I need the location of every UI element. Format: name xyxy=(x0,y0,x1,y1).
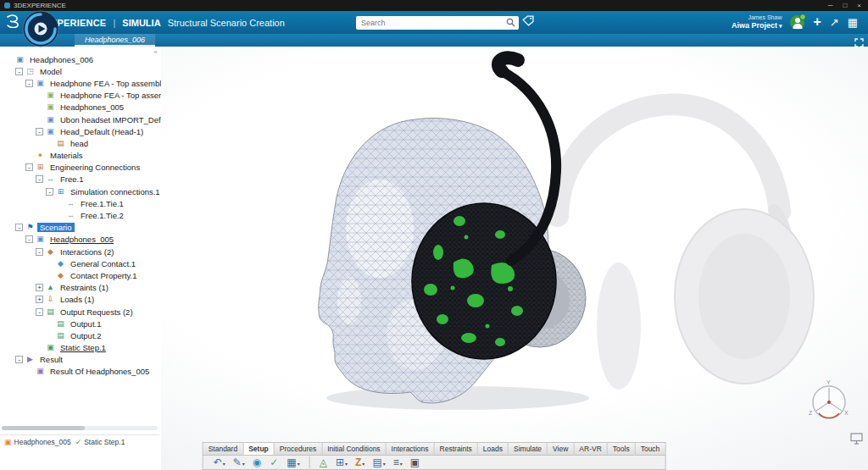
data-table-button[interactable]: ▦▾ xyxy=(287,457,299,467)
tab-restraints[interactable]: Restraints xyxy=(434,442,477,456)
app-title: 3DEXPERIENCE | SIMULIA Structural Scenar… xyxy=(32,18,285,28)
expander-icon[interactable]: - xyxy=(36,248,43,256)
tree-node-restraints[interactable]: +▲Restraints (1) xyxy=(0,282,161,294)
chevron-down-icon[interactable]: ▾ xyxy=(400,462,403,467)
horizontal-scrollbar[interactable] xyxy=(2,426,158,430)
close-button[interactable]: × xyxy=(857,2,861,9)
tree-node-loads[interactable]: +⇩Loads (1) xyxy=(0,294,161,306)
scrollbar-thumb[interactable] xyxy=(2,426,85,430)
tree-node-model[interactable]: -◳Model xyxy=(0,65,161,77)
tab-setup[interactable]: Setup xyxy=(242,442,274,456)
group-button[interactable]: ⊞▾ xyxy=(336,457,348,467)
render-style-button[interactable]: ▣ xyxy=(410,457,420,467)
sort-button[interactable]: Z▾ xyxy=(355,457,364,467)
expander-icon[interactable]: - xyxy=(25,163,33,171)
tree-node-head[interactable]: ▤head xyxy=(0,137,161,149)
undo-button[interactable]: ↶▾ xyxy=(214,457,225,467)
search-icon[interactable] xyxy=(506,15,515,30)
expander-icon xyxy=(46,320,53,328)
tree-node-free-1[interactable]: -↔Free.1 xyxy=(0,174,161,185)
tree-node-headphone-fea-top-assembly[interactable]: ▣Headphone FEA - Top assembly xyxy=(0,90,161,102)
tab-tools[interactable]: Tools xyxy=(607,442,635,456)
view-compass[interactable]: Y X Z xyxy=(802,377,856,434)
chevron-down-icon[interactable]: ▾ xyxy=(383,462,386,467)
tree-node-interactions[interactable]: -◆Interactions (2) xyxy=(0,246,161,257)
minimize-button[interactable]: ─ xyxy=(828,2,833,9)
share-button[interactable]: ↗ xyxy=(830,17,839,28)
expander-icon[interactable]: + xyxy=(36,284,43,291)
expander-icon[interactable]: - xyxy=(15,356,23,363)
chevron-down-icon[interactable]: ▾ xyxy=(223,462,225,467)
expander-icon[interactable]: + xyxy=(36,296,43,303)
add-content-button[interactable]: + xyxy=(813,15,821,29)
tag-icon[interactable] xyxy=(522,15,534,30)
search-box[interactable] xyxy=(356,16,519,30)
user-block[interactable]: James Shaw Aiwa Project▾ xyxy=(732,14,782,30)
expander-icon[interactable]: - xyxy=(25,235,33,243)
expander-icon[interactable]: - xyxy=(36,308,43,316)
status-active-model[interactable]: ▣ Headphones_005 xyxy=(4,438,71,446)
tree-node-output-2[interactable]: ▤Output.2 xyxy=(0,329,161,341)
edit-options-button[interactable]: ✎▾ xyxy=(233,457,245,467)
avatar[interactable] xyxy=(790,15,804,30)
tab-ar-vr[interactable]: AR-VR xyxy=(573,442,606,456)
expander-icon[interactable]: - xyxy=(36,128,43,135)
tree-node-engineering-connections[interactable]: -⊞Engineering Connections xyxy=(0,162,161,174)
tree-node-ubon-headset-import-default[interactable]: ▣Ubon headset IMPORT_Default (Ubon hea xyxy=(0,113,161,125)
chevron-down-icon[interactable]: ▾ xyxy=(362,462,364,467)
tree-node-materials[interactable]: ●Materials xyxy=(0,150,161,162)
maximize-button[interactable]: □ xyxy=(843,2,847,9)
tree-node-output-requests[interactable]: -▤Output Requests (2) xyxy=(0,306,161,318)
expander-icon[interactable]: - xyxy=(15,224,23,231)
3d-scene[interactable] xyxy=(161,47,868,436)
search-input[interactable] xyxy=(356,19,506,27)
status-active-step[interactable]: ✓ Static Step.1 xyxy=(75,438,125,446)
tree-node-simulation-connections-1[interactable]: -⊞Simulation connections.1 xyxy=(0,185,161,197)
node-label: Static Step.1 xyxy=(58,343,108,352)
display-options-button[interactable]: ≡▾ xyxy=(393,457,403,467)
tree-node-free-1-tie-2[interactable]: ↔Free.1.Tie.2 xyxy=(0,209,161,221)
fullscreen-icon[interactable] xyxy=(854,36,864,51)
tab-procedures[interactable]: Procedures xyxy=(274,442,321,456)
chevron-down-icon[interactable]: ▾ xyxy=(242,462,245,467)
expander-icon[interactable]: - xyxy=(36,175,43,183)
model-checks-button[interactable]: ✓ xyxy=(270,457,279,467)
project-selector[interactable]: Aiwa Project▾ xyxy=(732,21,782,30)
headphone-earcup[interactable] xyxy=(412,203,556,359)
expander-icon[interactable]: - xyxy=(15,68,23,75)
tab-simulate[interactable]: Simulate xyxy=(508,442,547,456)
tree-node-headphones-005-scenario[interactable]: -▣Headphones_005 xyxy=(0,234,161,246)
expander-icon[interactable]: - xyxy=(46,188,53,196)
tab-touch[interactable]: Touch xyxy=(635,442,666,456)
expander-icon[interactable]: - xyxy=(25,80,33,87)
tree-node-result[interactable]: -▶Result xyxy=(0,354,161,366)
display-device-icon[interactable] xyxy=(850,433,863,448)
tree-node-head-default[interactable]: -▣Head_Default (Head-1) xyxy=(0,125,161,137)
tree-node-output-1[interactable]: ▤Output.1 xyxy=(0,318,161,329)
tree-node-headphones-006[interactable]: ▣Headphones_006 xyxy=(0,53,161,65)
views-list-button[interactable]: ▤▾ xyxy=(372,457,385,467)
chevron-down-icon[interactable]: ▾ xyxy=(298,462,300,467)
tree-node-general-contact-1[interactable]: ◆General Contact.1 xyxy=(0,257,161,269)
tab-interactions[interactable]: Interactions xyxy=(386,442,434,456)
tree-node-scenario[interactable]: -⚑Scenario xyxy=(0,222,161,234)
check-icon: ✓ xyxy=(75,439,82,446)
tree-node-headphones-005-model[interactable]: ▣Headphones_005 xyxy=(0,102,161,113)
tab-view[interactable]: View xyxy=(547,442,573,456)
panel-collapse-handle[interactable]: « xyxy=(154,48,158,56)
tab-loads[interactable]: Loads xyxy=(477,442,508,456)
tree-node-headphone-fea-top-assembly-default[interactable]: -▣Headphone FEA - Top assembly_Default xyxy=(0,77,161,89)
model-update-button[interactable]: ◉ xyxy=(253,457,262,467)
node-icon: ⊞ xyxy=(56,188,65,196)
tree-node-contact-property-1[interactable]: ◆Contact Property.1 xyxy=(0,269,161,281)
tab-standard[interactable]: Standard xyxy=(203,442,243,456)
tree-node-result-of-headphones-005[interactable]: ▣Result Of Headphones_005 xyxy=(0,366,161,378)
document-tab[interactable]: Headphones_006 xyxy=(75,34,155,47)
mesh-button[interactable]: ◬ xyxy=(320,457,328,467)
app-grid-button[interactable]: ▦ xyxy=(848,17,858,28)
compass-play-button[interactable] xyxy=(22,10,59,47)
tree-node-static-step-1[interactable]: ▣Static Step.1 xyxy=(0,342,161,354)
chevron-down-icon[interactable]: ▾ xyxy=(345,462,348,467)
tab-initial-conditions[interactable]: Initial Conditions xyxy=(321,442,385,456)
tree-node-free-1-tie-1[interactable]: ↔Free.1.Tie.1 xyxy=(0,197,161,209)
